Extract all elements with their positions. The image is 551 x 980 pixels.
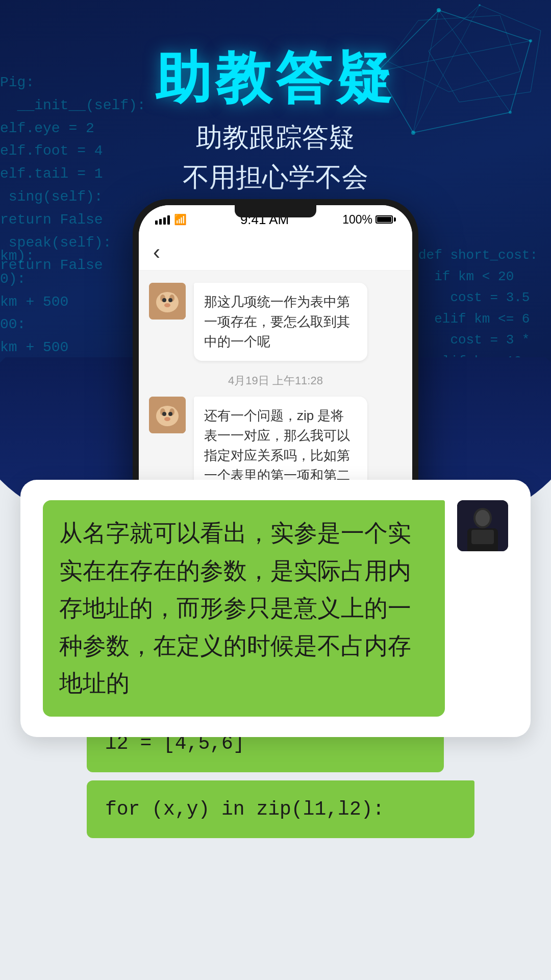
signal-bar-2: [159, 219, 162, 225]
subtitle: 助教跟踪答疑 不用担心学不会: [0, 117, 551, 197]
avatar-cat-image2: [149, 397, 186, 433]
avatar-teacher: [457, 500, 508, 551]
code-text-2: for (x,y) in zip(l1,l2):: [105, 795, 456, 824]
status-left: 📶: [155, 213, 187, 226]
svg-rect-35: [471, 530, 494, 544]
message-item-1: 那这几项统一作为表中第一项存在，要怎么取到其中的一个呢: [149, 283, 402, 361]
status-right: 100%: [342, 213, 396, 227]
wifi-icon: 📶: [174, 213, 187, 226]
subtitle-line1: 助教跟踪答疑: [0, 117, 551, 157]
message-text-3: 从名字就可以看出，实参是一个实实在在存在的参数，是实际占用内存地址的，而形参只是…: [59, 514, 429, 702]
avatar-cat-image: [149, 283, 186, 320]
battery-icon: [375, 215, 396, 224]
svg-point-33: [475, 510, 490, 526]
page-title: 助教答疑: [0, 41, 551, 117]
avatar-user1: [149, 283, 186, 320]
svg-point-19: [162, 298, 166, 302]
signal-bar-1: [155, 220, 158, 225]
code-bubble-green-2: for (x,y) in zip(l1,l2):: [87, 780, 474, 838]
signal-bar-3: [163, 217, 166, 225]
svg-point-21: [164, 303, 170, 307]
phone-notch: [235, 205, 316, 217]
message-text-1: 那这几项统一作为表中第一项存在，要怎么取到其中的一个呢: [204, 292, 357, 352]
svg-point-29: [168, 412, 172, 416]
large-bubble-content: 从名字就可以看出，实参是一个实实在在存在的参数，是实际占用内存地址的，而形参只是…: [43, 500, 508, 717]
navigation-bar: ‹: [139, 234, 412, 271]
back-button[interactable]: ‹: [153, 241, 160, 263]
battery-percent: 100%: [342, 213, 372, 227]
svg-point-28: [162, 412, 166, 416]
svg-point-12: [479, 4, 481, 6]
svg-point-7: [437, 8, 441, 12]
avatar-user2: [149, 397, 186, 433]
large-bubble-container: 从名字就可以看出，实参是一个实实在在存在的参数，是实际占用内存地址的，而形参只是…: [20, 480, 531, 737]
svg-point-20: [168, 298, 172, 302]
signal-bar-4: [167, 215, 170, 225]
timestamp: 4月19日 上午11:28: [149, 373, 402, 388]
subtitle-line2: 不用担心学不会: [0, 157, 551, 197]
bubble-message-3: 从名字就可以看出，实参是一个实实在在存在的参数，是实际占用内存地址的，而形参只是…: [43, 500, 445, 717]
svg-point-30: [164, 417, 170, 421]
bubble-message-1: 那这几项统一作为表中第一项存在，要怎么取到其中的一个呢: [194, 283, 367, 361]
signal-icon: [155, 214, 170, 225]
